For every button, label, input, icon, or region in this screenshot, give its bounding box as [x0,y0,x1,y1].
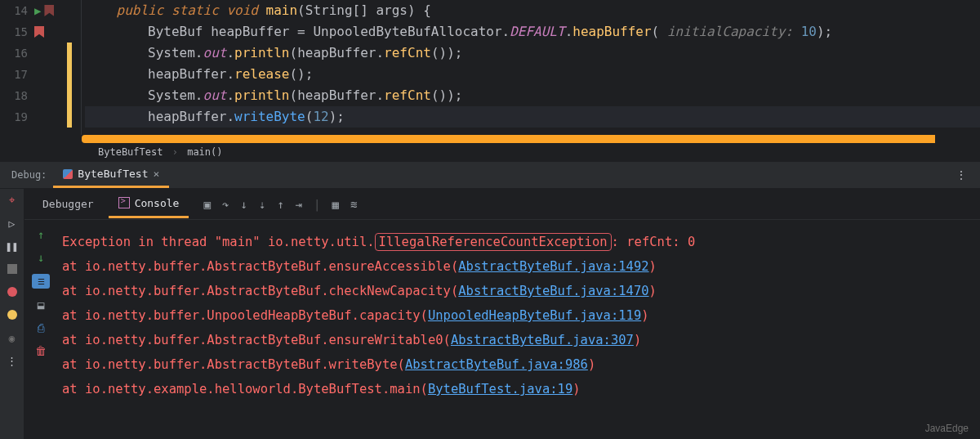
run-to-cursor-icon[interactable]: ⇥ [296,198,302,211]
step-out-icon[interactable]: ↑ [277,198,283,211]
scroll-to-end-icon[interactable]: ⬓ [38,298,44,311]
source-link[interactable]: ByteBufTest.java:19 [428,382,572,396]
line-number: 18 [0,89,33,102]
print-icon[interactable]: ⎙ [38,321,44,334]
debug-session-tab[interactable]: ByteBufTest × [53,162,169,188]
line-number: 17 [0,68,33,81]
debug-main: Debugger Console ▣ ↷ ↓ ⇣ ↑ ⇥ | ▦ ≋ ↑ ↓ ☰ [24,189,980,439]
show-execution-icon[interactable]: ▣ [203,198,210,211]
source-link[interactable]: AbstractByteBuf.java:1492 [458,259,648,274]
code-line: heapBuffer.release(); [85,64,980,85]
source-link[interactable]: UnpooledHeapByteBuf.java:119 [428,308,641,323]
java-class-icon [63,169,73,179]
stack-frame: at io.netty.example.helloworld.ByteBufTe… [62,377,975,401]
editor-gutter: 14 ▶ 15 16 17 18 19 [0,0,82,135]
line-number: 16 [0,47,33,60]
line-number: 14 [0,4,33,17]
bookmark-icon[interactable] [44,5,54,16]
run-icon[interactable]: ▶ [34,5,41,16]
resume-icon[interactable]: ▷ [6,217,19,230]
watermark: JavaEdge [925,423,969,434]
more-actions-icon[interactable]: ⋮ [6,354,19,367]
console-tab[interactable]: Console [109,190,189,218]
code-line-current: heapBuffer.writeByte(12); [85,106,980,128]
bookmark-icon[interactable] [34,26,44,38]
code-line: public static void main(String[] args) { [85,0,980,21]
debug-left-rail: ⌖ ▷ ❚❚ ◉ ⋮ [0,189,24,439]
exception-headline: Exception in thread "main" io.netty.util… [62,230,975,254]
source-link[interactable]: AbstractByteBuf.java:986 [405,357,588,372]
code-line: System.out.println(heapBuffer.refCnt()); [85,85,980,106]
evaluate-icon[interactable]: ▦ [332,198,338,211]
change-marker [67,106,72,128]
debug-stepping-toolbar: ▣ ↷ ↓ ⇣ ↑ ⇥ | ▦ ≋ [203,198,357,211]
line-number: 15 [0,25,33,38]
camera-icon[interactable]: ◉ [6,331,19,344]
source-link[interactable]: AbstractByteBuf.java:1470 [458,284,648,298]
debug-body: ⌖ ▷ ❚❚ ◉ ⋮ Debugger Console ▣ ↷ ↓ ⇣ ↑ ⇥ … [0,189,980,439]
debug-toolwindow-header: Debug: ByteBufTest × ⋮ [0,161,980,189]
debug-session-name: ByteBufTest [78,168,148,180]
pause-icon[interactable]: ❚❚ [6,240,19,253]
source-link[interactable]: AbstractByteBuf.java:307 [451,333,634,347]
stack-frame: at io.netty.buffer.UnpooledHeapByteBuf.c… [62,303,975,328]
line-number: 19 [0,110,33,123]
stack-frame: at io.netty.buffer.AbstractByteBuf.ensur… [62,254,975,279]
change-marker [67,85,72,106]
console-rail: ↑ ↓ ☰ ⬓ ⎙ 🗑 [24,220,57,439]
console-icon [118,197,130,208]
soft-wrap-icon[interactable]: ☰ [32,274,50,289]
close-icon[interactable]: × [153,168,159,180]
stack-frame: at io.netty.buffer.AbstractByteBuf.ensur… [62,328,975,352]
step-over-icon[interactable]: ↷ [222,198,229,211]
stack-frame: at io.netty.buffer.AbstractByteBuf.check… [62,279,975,303]
scroll-up-icon[interactable]: ↑ [38,228,44,241]
debug-label: Debug: [5,169,53,181]
clear-icon[interactable]: 🗑 [35,344,47,357]
code-line: System.out.println(heapBuffer.refCnt()); [85,43,980,64]
scroll-down-icon[interactable]: ↓ [38,251,44,264]
bug-icon[interactable]: ⌖ [6,194,19,207]
code-line: ByteBuf heapBuffer = UnpooledByteBufAllo… [85,21,980,43]
code-content[interactable]: public static void main(String[] args) {… [82,0,980,135]
stop-icon[interactable] [6,262,19,275]
horizontal-scrollbar[interactable] [82,135,980,143]
trace-icon[interactable]: ≋ [350,198,357,211]
breakpoint-icon[interactable] [6,285,19,298]
breadcrumb[interactable]: ByteBufTest › main() [0,143,980,161]
code-editor[interactable]: 14 ▶ 15 16 17 18 19 [0,0,980,135]
more-icon[interactable]: ⋮ [956,168,969,181]
exception-class: IllegalReferenceCountException [375,233,612,251]
console-body: ↑ ↓ ☰ ⬓ ⎙ 🗑 Exception in thread "main" i… [24,220,980,439]
change-marker [67,64,72,85]
step-into-icon[interactable]: ↓ [240,198,247,211]
console-output[interactable]: Exception in thread "main" io.netty.util… [57,220,980,439]
debugger-tab[interactable]: Debugger [33,191,104,217]
debug-tabs-row: Debugger Console ▣ ↷ ↓ ⇣ ↑ ⇥ | ▦ ≋ [24,189,980,220]
change-marker [67,43,72,64]
force-step-into-icon[interactable]: ⇣ [259,198,265,211]
mute-breakpoints-icon[interactable] [6,308,19,321]
stack-frame: at io.netty.buffer.AbstractByteBuf.write… [62,352,975,377]
